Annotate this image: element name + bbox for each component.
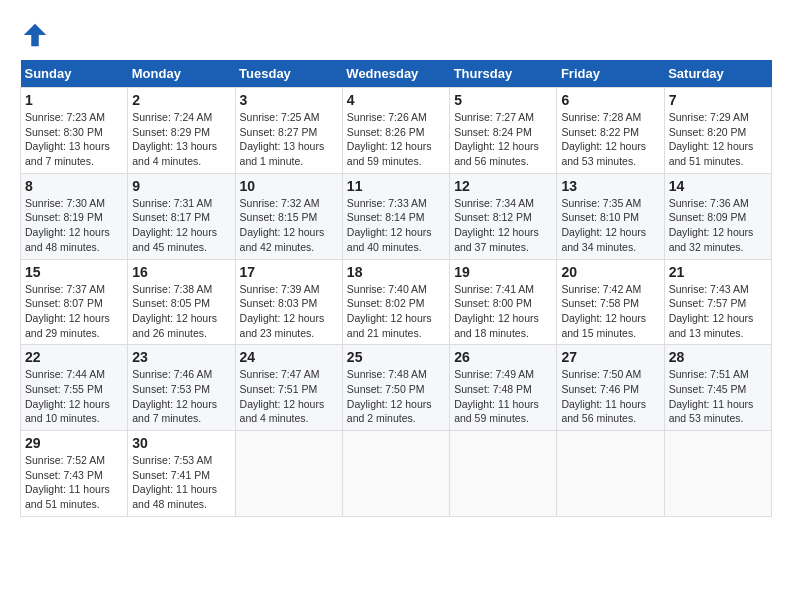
day-number: 14 [669, 178, 767, 194]
day-number: 2 [132, 92, 230, 108]
day-number: 22 [25, 349, 123, 365]
calendar-cell-22: 22 Sunrise: 7:44 AM Sunset: 7:55 PM Dayl… [21, 345, 128, 431]
day-number: 15 [25, 264, 123, 280]
day-info: Sunrise: 7:37 AM Sunset: 8:07 PM Dayligh… [25, 282, 123, 341]
day-number: 23 [132, 349, 230, 365]
calendar-cell-28: 28 Sunrise: 7:51 AM Sunset: 7:45 PM Dayl… [664, 345, 771, 431]
calendar-cell-16: 16 Sunrise: 7:38 AM Sunset: 8:05 PM Dayl… [128, 259, 235, 345]
day-number: 4 [347, 92, 445, 108]
day-info: Sunrise: 7:52 AM Sunset: 7:43 PM Dayligh… [25, 453, 123, 512]
calendar-cell-17: 17 Sunrise: 7:39 AM Sunset: 8:03 PM Dayl… [235, 259, 342, 345]
day-info: Sunrise: 7:49 AM Sunset: 7:48 PM Dayligh… [454, 367, 552, 426]
calendar-row: 22 Sunrise: 7:44 AM Sunset: 7:55 PM Dayl… [21, 345, 772, 431]
day-info: Sunrise: 7:25 AM Sunset: 8:27 PM Dayligh… [240, 110, 338, 169]
day-header-friday: Friday [557, 60, 664, 88]
day-number: 16 [132, 264, 230, 280]
calendar-cell-1: 1 Sunrise: 7:23 AM Sunset: 8:30 PM Dayli… [21, 88, 128, 174]
day-number: 9 [132, 178, 230, 194]
day-number: 21 [669, 264, 767, 280]
day-header-row: SundayMondayTuesdayWednesdayThursdayFrid… [21, 60, 772, 88]
day-number: 12 [454, 178, 552, 194]
calendar-cell-26: 26 Sunrise: 7:49 AM Sunset: 7:48 PM Dayl… [450, 345, 557, 431]
day-info: Sunrise: 7:29 AM Sunset: 8:20 PM Dayligh… [669, 110, 767, 169]
day-number: 8 [25, 178, 123, 194]
logo-icon [20, 20, 50, 50]
calendar-cell-23: 23 Sunrise: 7:46 AM Sunset: 7:53 PM Dayl… [128, 345, 235, 431]
day-number: 17 [240, 264, 338, 280]
day-info: Sunrise: 7:42 AM Sunset: 7:58 PM Dayligh… [561, 282, 659, 341]
calendar-cell-14: 14 Sunrise: 7:36 AM Sunset: 8:09 PM Dayl… [664, 173, 771, 259]
calendar-cell-6: 6 Sunrise: 7:28 AM Sunset: 8:22 PM Dayli… [557, 88, 664, 174]
calendar-cell-7: 7 Sunrise: 7:29 AM Sunset: 8:20 PM Dayli… [664, 88, 771, 174]
day-info: Sunrise: 7:40 AM Sunset: 8:02 PM Dayligh… [347, 282, 445, 341]
day-header-sunday: Sunday [21, 60, 128, 88]
day-info: Sunrise: 7:34 AM Sunset: 8:12 PM Dayligh… [454, 196, 552, 255]
day-number: 19 [454, 264, 552, 280]
calendar-cell-29: 29 Sunrise: 7:52 AM Sunset: 7:43 PM Dayl… [21, 431, 128, 517]
day-number: 28 [669, 349, 767, 365]
logo [20, 20, 54, 50]
day-info: Sunrise: 7:46 AM Sunset: 7:53 PM Dayligh… [132, 367, 230, 426]
day-info: Sunrise: 7:47 AM Sunset: 7:51 PM Dayligh… [240, 367, 338, 426]
calendar-cell-2: 2 Sunrise: 7:24 AM Sunset: 8:29 PM Dayli… [128, 88, 235, 174]
calendar-row: 15 Sunrise: 7:37 AM Sunset: 8:07 PM Dayl… [21, 259, 772, 345]
day-info: Sunrise: 7:31 AM Sunset: 8:17 PM Dayligh… [132, 196, 230, 255]
day-info: Sunrise: 7:30 AM Sunset: 8:19 PM Dayligh… [25, 196, 123, 255]
calendar-cell-3: 3 Sunrise: 7:25 AM Sunset: 8:27 PM Dayli… [235, 88, 342, 174]
calendar-cell-25: 25 Sunrise: 7:48 AM Sunset: 7:50 PM Dayl… [342, 345, 449, 431]
day-info: Sunrise: 7:39 AM Sunset: 8:03 PM Dayligh… [240, 282, 338, 341]
day-number: 13 [561, 178, 659, 194]
day-number: 1 [25, 92, 123, 108]
day-info: Sunrise: 7:41 AM Sunset: 8:00 PM Dayligh… [454, 282, 552, 341]
calendar-cell-19: 19 Sunrise: 7:41 AM Sunset: 8:00 PM Dayl… [450, 259, 557, 345]
empty-cell [450, 431, 557, 517]
day-number: 6 [561, 92, 659, 108]
calendar-cell-4: 4 Sunrise: 7:26 AM Sunset: 8:26 PM Dayli… [342, 88, 449, 174]
empty-cell [342, 431, 449, 517]
calendar-cell-15: 15 Sunrise: 7:37 AM Sunset: 8:07 PM Dayl… [21, 259, 128, 345]
day-header-monday: Monday [128, 60, 235, 88]
calendar-row: 8 Sunrise: 7:30 AM Sunset: 8:19 PM Dayli… [21, 173, 772, 259]
day-header-wednesday: Wednesday [342, 60, 449, 88]
day-header-tuesday: Tuesday [235, 60, 342, 88]
day-info: Sunrise: 7:24 AM Sunset: 8:29 PM Dayligh… [132, 110, 230, 169]
calendar-cell-21: 21 Sunrise: 7:43 AM Sunset: 7:57 PM Dayl… [664, 259, 771, 345]
day-number: 26 [454, 349, 552, 365]
calendar-cell-10: 10 Sunrise: 7:32 AM Sunset: 8:15 PM Dayl… [235, 173, 342, 259]
day-header-thursday: Thursday [450, 60, 557, 88]
calendar-row: 1 Sunrise: 7:23 AM Sunset: 8:30 PM Dayli… [21, 88, 772, 174]
day-number: 3 [240, 92, 338, 108]
day-number: 30 [132, 435, 230, 451]
calendar-cell-30: 30 Sunrise: 7:53 AM Sunset: 7:41 PM Dayl… [128, 431, 235, 517]
day-number: 5 [454, 92, 552, 108]
day-info: Sunrise: 7:35 AM Sunset: 8:10 PM Dayligh… [561, 196, 659, 255]
day-info: Sunrise: 7:27 AM Sunset: 8:24 PM Dayligh… [454, 110, 552, 169]
calendar-cell-11: 11 Sunrise: 7:33 AM Sunset: 8:14 PM Dayl… [342, 173, 449, 259]
day-number: 18 [347, 264, 445, 280]
day-number: 10 [240, 178, 338, 194]
day-header-saturday: Saturday [664, 60, 771, 88]
svg-marker-0 [24, 24, 47, 47]
day-info: Sunrise: 7:51 AM Sunset: 7:45 PM Dayligh… [669, 367, 767, 426]
day-info: Sunrise: 7:44 AM Sunset: 7:55 PM Dayligh… [25, 367, 123, 426]
calendar-cell-5: 5 Sunrise: 7:27 AM Sunset: 8:24 PM Dayli… [450, 88, 557, 174]
day-info: Sunrise: 7:38 AM Sunset: 8:05 PM Dayligh… [132, 282, 230, 341]
calendar-cell-9: 9 Sunrise: 7:31 AM Sunset: 8:17 PM Dayli… [128, 173, 235, 259]
calendar-cell-24: 24 Sunrise: 7:47 AM Sunset: 7:51 PM Dayl… [235, 345, 342, 431]
day-info: Sunrise: 7:43 AM Sunset: 7:57 PM Dayligh… [669, 282, 767, 341]
empty-cell [235, 431, 342, 517]
calendar-cell-13: 13 Sunrise: 7:35 AM Sunset: 8:10 PM Dayl… [557, 173, 664, 259]
day-number: 7 [669, 92, 767, 108]
calendar-row: 29 Sunrise: 7:52 AM Sunset: 7:43 PM Dayl… [21, 431, 772, 517]
day-info: Sunrise: 7:26 AM Sunset: 8:26 PM Dayligh… [347, 110, 445, 169]
empty-cell [664, 431, 771, 517]
day-number: 29 [25, 435, 123, 451]
calendar-cell-18: 18 Sunrise: 7:40 AM Sunset: 8:02 PM Dayl… [342, 259, 449, 345]
day-info: Sunrise: 7:36 AM Sunset: 8:09 PM Dayligh… [669, 196, 767, 255]
day-info: Sunrise: 7:23 AM Sunset: 8:30 PM Dayligh… [25, 110, 123, 169]
calendar-cell-8: 8 Sunrise: 7:30 AM Sunset: 8:19 PM Dayli… [21, 173, 128, 259]
day-number: 25 [347, 349, 445, 365]
day-number: 11 [347, 178, 445, 194]
day-info: Sunrise: 7:50 AM Sunset: 7:46 PM Dayligh… [561, 367, 659, 426]
day-number: 20 [561, 264, 659, 280]
